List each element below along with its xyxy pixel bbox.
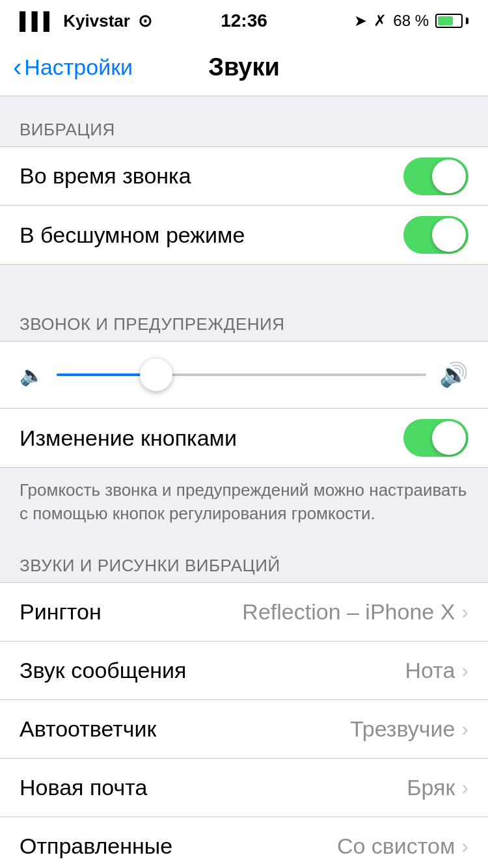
sent-mail-row[interactable]: Отправленные Со свистом ›: [0, 817, 488, 868]
nav-bar: ‹ Настройки Звуки: [0, 39, 488, 96]
new-mail-row[interactable]: Новая почта Бряк ›: [0, 759, 488, 817]
message-sound-row[interactable]: Звук сообщения Нота ›: [0, 642, 488, 700]
sent-mail-label: Отправленные: [20, 834, 172, 859]
carrier-name: Kyivstar: [63, 11, 130, 31]
slider-thumb[interactable]: [140, 359, 172, 391]
wifi-icon: ⊙: [138, 11, 152, 31]
sent-mail-value-container: Со свистом ›: [337, 834, 468, 859]
sent-mail-value: Со свистом: [337, 834, 455, 859]
bluetooth-icon: ✗: [373, 12, 386, 30]
vibration-silent-toggle[interactable]: [403, 216, 468, 254]
vibration-silent-row: В бесшумном режиме: [0, 206, 488, 264]
location-icon: ➤: [354, 12, 367, 30]
info-text: Громкость звонка и предупреждений можно …: [0, 468, 488, 539]
chevron-right-icon-4: ›: [461, 776, 468, 800]
vibration-header: ВИБРАЦИЯ: [0, 103, 488, 146]
status-time: 12:36: [221, 10, 267, 31]
gap-top: [0, 96, 488, 103]
gap-1: [0, 265, 488, 297]
voicemail-value: Трезвучие: [350, 716, 455, 742]
battery-icon: [435, 14, 468, 28]
ringtone-section-header: ЗВОНОК И ПРЕДУПРЕЖДЕНИЯ: [0, 297, 488, 341]
status-right-icons: ➤ ✗ 68 %: [354, 12, 468, 30]
volume-low-icon: 🔈: [20, 364, 44, 387]
vibration-during-call-toggle[interactable]: [403, 157, 468, 195]
chevron-right-icon: ›: [461, 600, 468, 624]
volume-high-icon: 🔊: [439, 361, 468, 388]
voicemail-row[interactable]: Автоответчик Трезвучие ›: [0, 700, 488, 759]
chevron-right-icon-3: ›: [461, 717, 468, 741]
new-mail-value-container: Бряк ›: [407, 775, 468, 800]
battery-percent: 68 %: [393, 12, 429, 30]
ringtone-value: Reflection – iPhone X: [242, 599, 455, 625]
vibration-group: Во время звонка В бесшумном режиме: [0, 146, 488, 265]
toggle-knob-2: [432, 218, 466, 252]
battery-tip: [466, 18, 468, 24]
voicemail-value-container: Трезвучие ›: [350, 716, 468, 742]
message-sound-label: Звук сообщения: [20, 658, 187, 683]
back-chevron-icon: ‹: [13, 53, 21, 82]
battery-fill: [438, 16, 453, 25]
change-with-buttons-group: Изменение кнопками: [0, 409, 488, 468]
battery-body: [435, 14, 463, 28]
volume-section: 🔈 🔊: [0, 341, 488, 409]
signal-bars: ▌▌▌: [20, 11, 55, 31]
new-mail-value: Бряк: [407, 775, 455, 800]
sounds-group: Рингтон Reflection – iPhone X › Звук соо…: [0, 582, 488, 868]
toggle-knob-3: [432, 421, 466, 455]
ringtone-value-container: Reflection – iPhone X ›: [242, 599, 468, 625]
volume-row: 🔈 🔊: [20, 361, 468, 388]
sounds-header: ЗВУКИ И РИСУНКИ ВИБРАЦИЙ: [0, 539, 488, 582]
chevron-right-icon-5: ›: [461, 834, 468, 858]
message-sound-value-container: Нота ›: [405, 658, 468, 683]
back-button[interactable]: ‹ Настройки: [13, 53, 133, 82]
volume-slider[interactable]: [57, 372, 426, 377]
carrier-signal: ▌▌▌ Kyivstar ⊙: [20, 11, 152, 31]
chevron-right-icon-2: ›: [461, 658, 468, 683]
change-with-buttons-row: Изменение кнопками: [0, 409, 488, 467]
status-bar: ▌▌▌ Kyivstar ⊙ 12:36 ➤ ✗ 68 %: [0, 0, 488, 39]
new-mail-label: Новая почта: [20, 775, 147, 800]
vibration-silent-label: В бесшумном режиме: [20, 223, 245, 248]
toggle-knob: [432, 159, 466, 193]
change-with-buttons-toggle[interactable]: [403, 419, 468, 457]
message-sound-value: Нота: [405, 658, 455, 683]
vibration-during-call-label: Во время звонка: [20, 163, 191, 189]
ringtone-label: Рингтон: [20, 599, 102, 625]
page-title: Звуки: [208, 53, 280, 81]
back-label: Настройки: [24, 55, 133, 80]
vibration-during-call-row: Во время звонка: [0, 147, 488, 206]
voicemail-label: Автоответчик: [20, 716, 156, 742]
ringtone-row[interactable]: Рингтон Reflection – iPhone X ›: [0, 583, 488, 642]
change-with-buttons-label: Изменение кнопками: [20, 426, 237, 451]
